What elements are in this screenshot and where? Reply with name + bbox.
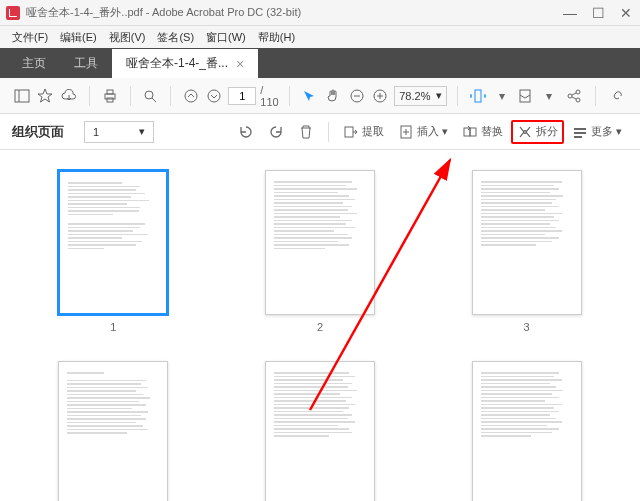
separator xyxy=(328,122,329,142)
page-preview xyxy=(265,361,375,501)
page-preview xyxy=(472,361,582,501)
extract-label: 提取 xyxy=(362,124,384,139)
insert-label: 插入 xyxy=(417,124,439,139)
chevron-down-icon: ▾ xyxy=(139,125,145,138)
page-number-label: 2 xyxy=(317,321,323,333)
svg-rect-0 xyxy=(15,90,29,102)
thumbnail-grid: 1 2 3 4 5 6 xyxy=(0,150,640,501)
chevron-down-icon: ▾ xyxy=(436,89,442,102)
page-thumbnail[interactable]: 1 xyxy=(40,170,187,333)
insert-button[interactable]: 插入 ▾ xyxy=(392,120,454,144)
svg-point-16 xyxy=(568,94,572,98)
zoom-in-icon[interactable] xyxy=(371,85,391,107)
svg-rect-3 xyxy=(107,90,113,94)
page-thumbnail[interactable]: 3 xyxy=(453,170,600,333)
chevron-down-icon[interactable]: ▾ xyxy=(492,85,512,107)
page-total-label: / 110 xyxy=(260,84,278,108)
page-preview xyxy=(58,361,168,501)
page-thumbnail[interactable]: 5 xyxy=(247,361,394,501)
delete-button[interactable] xyxy=(292,120,320,144)
svg-point-17 xyxy=(576,90,580,94)
svg-rect-14 xyxy=(475,90,481,102)
separator xyxy=(89,86,90,106)
organize-panel-toolbar: 组织页面 1 ▾ 提取 插入 ▾ 替换 拆分 更多 ▾ xyxy=(0,114,640,150)
zoom-select[interactable]: 78.2% ▾ xyxy=(394,86,447,106)
tab-document[interactable]: 哑舍全本-1-4-_番... × xyxy=(112,49,258,78)
more-button[interactable]: 更多 ▾ xyxy=(566,120,628,144)
page-down-icon[interactable] xyxy=(205,85,225,107)
page-indicator: / 110 xyxy=(228,84,278,108)
svg-point-27 xyxy=(524,130,527,133)
svg-rect-30 xyxy=(574,136,582,138)
rotate-right-button[interactable] xyxy=(262,120,290,144)
fit-width-icon[interactable] xyxy=(468,85,488,107)
menu-sign[interactable]: 签名(S) xyxy=(153,28,198,47)
page-range-value: 1 xyxy=(93,126,99,138)
window-title: 哑舍全本-1-4-_番外..pdf - Adobe Acrobat Pro DC… xyxy=(26,5,562,20)
sidebar-toggle-icon[interactable] xyxy=(12,85,32,107)
cloud-save-icon[interactable] xyxy=(59,85,79,107)
split-label: 拆分 xyxy=(536,124,558,139)
page-preview xyxy=(58,170,168,315)
link-icon[interactable] xyxy=(606,85,628,107)
menu-file[interactable]: 文件(F) xyxy=(8,28,52,47)
separator xyxy=(289,86,290,106)
page-number-label: 3 xyxy=(524,321,530,333)
window-titlebar: 哑舍全本-1-4-_番外..pdf - Adobe Acrobat Pro DC… xyxy=(0,0,640,26)
svg-point-7 xyxy=(185,90,197,102)
zoom-out-icon[interactable] xyxy=(347,85,367,107)
separator xyxy=(170,86,171,106)
menu-help[interactable]: 帮助(H) xyxy=(254,28,299,47)
print-icon[interactable] xyxy=(100,85,120,107)
acrobat-app-icon xyxy=(6,6,20,20)
chevron-down-icon[interactable]: ▾ xyxy=(539,85,559,107)
chevron-down-icon: ▾ xyxy=(616,125,622,138)
rotate-left-button[interactable] xyxy=(232,120,260,144)
minimize-button[interactable]: — xyxy=(562,5,578,21)
page-up-icon[interactable] xyxy=(181,85,201,107)
page-number-input[interactable] xyxy=(228,87,256,105)
close-button[interactable]: ✕ xyxy=(618,5,634,21)
tab-document-label: 哑舍全本-1-4-_番... xyxy=(126,55,228,72)
svg-point-18 xyxy=(576,98,580,102)
share-icon[interactable] xyxy=(563,85,585,107)
menu-edit[interactable]: 编辑(E) xyxy=(56,28,101,47)
star-icon[interactable] xyxy=(36,85,56,107)
page-thumbnail[interactable]: 4 xyxy=(40,361,187,501)
extract-button[interactable]: 提取 xyxy=(337,120,390,144)
zoom-value: 78.2% xyxy=(399,90,430,102)
tab-tools[interactable]: 工具 xyxy=(60,49,112,78)
svg-rect-26 xyxy=(470,128,476,136)
svg-line-6 xyxy=(152,98,156,102)
chevron-down-icon: ▾ xyxy=(442,125,448,138)
page-number-label: 1 xyxy=(110,321,116,333)
more-label: 更多 xyxy=(591,124,613,139)
menu-window[interactable]: 窗口(W) xyxy=(202,28,250,47)
tab-close-icon[interactable]: × xyxy=(236,56,244,72)
svg-rect-21 xyxy=(345,127,353,137)
separator xyxy=(595,86,596,106)
fit-page-icon[interactable] xyxy=(516,85,536,107)
page-preview xyxy=(265,170,375,315)
tab-home[interactable]: 主页 xyxy=(8,49,60,78)
maximize-button[interactable]: ☐ xyxy=(590,5,606,21)
separator xyxy=(130,86,131,106)
page-thumbnail[interactable]: 2 xyxy=(247,170,394,333)
separator xyxy=(457,86,458,106)
svg-line-20 xyxy=(572,97,576,99)
menu-view[interactable]: 视图(V) xyxy=(105,28,150,47)
search-icon[interactable] xyxy=(140,85,160,107)
main-toolbar: / 110 78.2% ▾ ▾ ▾ xyxy=(0,78,640,114)
svg-point-8 xyxy=(208,90,220,102)
svg-rect-28 xyxy=(574,128,586,130)
page-range-select[interactable]: 1 ▾ xyxy=(84,121,154,143)
hand-tool-icon[interactable] xyxy=(323,85,343,107)
split-button[interactable]: 拆分 xyxy=(511,120,564,144)
replace-button[interactable]: 替换 xyxy=(456,120,509,144)
page-thumbnail[interactable]: 6 xyxy=(453,361,600,501)
page-preview xyxy=(472,170,582,315)
replace-label: 替换 xyxy=(481,124,503,139)
panel-title: 组织页面 xyxy=(12,123,64,141)
select-tool-icon[interactable] xyxy=(300,85,320,107)
tab-bar: 主页 工具 哑舍全本-1-4-_番... × xyxy=(0,48,640,78)
